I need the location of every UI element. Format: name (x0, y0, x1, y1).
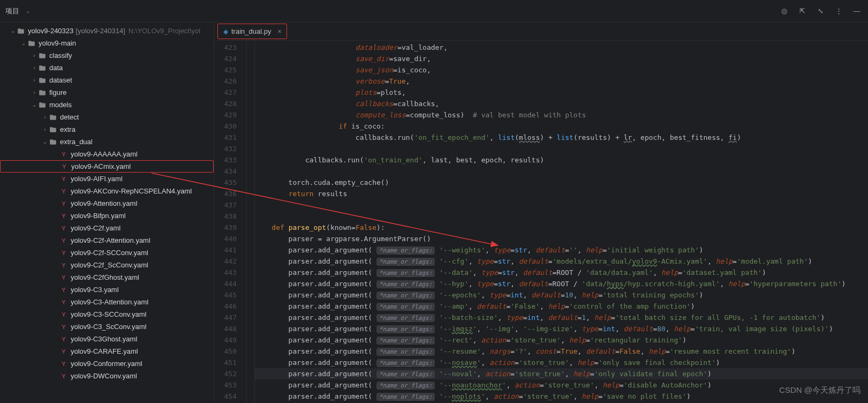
chevron-down-icon[interactable]: ⌄ (30, 102, 39, 108)
more-icon[interactable]: ⋮ (833, 5, 844, 17)
yaml-icon: Y (60, 361, 67, 367)
tree-file[interactable]: Y yolov9-ACmix.yaml (0, 160, 214, 173)
tree-folder[interactable]: › detect (0, 111, 214, 123)
tree-file[interactable]: Y yolov9-DWConv.yaml (0, 370, 214, 382)
yaml-icon: Y (60, 287, 67, 293)
root-path: N:\YOLOv9_Project\yol (129, 27, 200, 35)
root-name: yolov9-240323 (28, 27, 73, 35)
yaml-icon: Y (60, 151, 67, 158)
collapse-icon[interactable]: ⤡ (814, 5, 826, 17)
tree-folder[interactable]: › figure (0, 86, 214, 99)
tree-file[interactable]: Y yolov9-C2f_ScConv.yaml (0, 259, 214, 271)
yaml-icon: Y (60, 262, 67, 268)
tree-file[interactable]: Y yolov9-AAAAAA.yaml (0, 148, 214, 160)
yaml-icon: Y (60, 324, 67, 330)
yaml-icon: Y (60, 336, 67, 342)
tree-folder[interactable]: › classify (0, 49, 214, 62)
tree-file[interactable]: Y yolov9-Bifpn.yaml (0, 210, 214, 222)
editor-tabs: ◆ train_dual.py × (214, 23, 868, 41)
yaml-icon: Y (61, 163, 68, 170)
folder-icon (39, 64, 46, 72)
chevron-right-icon[interactable]: › (30, 53, 39, 58)
tree-file[interactable]: Y yolov9-C3_ScConv.yaml (0, 320, 214, 333)
folder-icon (39, 52, 46, 59)
tree-file[interactable]: Y yolov9-AIFI.yaml (0, 173, 214, 185)
tree-file[interactable]: Y yolov9-CARAFE.yaml (0, 345, 214, 357)
folder-icon (49, 138, 57, 146)
folder-icon (39, 77, 46, 84)
chevron-down-icon[interactable]: ⌄ (26, 8, 30, 14)
tab-train-dual[interactable]: ◆ train_dual.py × (217, 24, 287, 39)
folder-icon (17, 27, 25, 35)
chevron-right-icon[interactable]: › (41, 126, 49, 132)
tree-folder[interactable]: ⌄ yolov9-main (0, 37, 214, 49)
folder-icon (28, 40, 35, 47)
fold-strip[interactable] (246, 41, 255, 403)
yaml-icon: Y (60, 188, 67, 195)
tree-file[interactable]: Y yolov9-C3Ghost.yaml (0, 333, 214, 345)
editor-area: ◆ train_dual.py × 4234244254264274284294… (214, 23, 868, 403)
tree-file[interactable]: Y yolov9-C2f-SCConv.yaml (0, 247, 214, 259)
expand-icon[interactable]: ⇱ (796, 5, 808, 17)
tree-folder[interactable]: › dataset (0, 74, 214, 86)
yaml-icon: Y (60, 200, 67, 207)
yaml-icon: Y (60, 348, 67, 355)
watermark: CSDN @今天炼丹了吗 (779, 385, 861, 395)
folder-icon (49, 114, 57, 121)
tree-folder[interactable]: › extra (0, 123, 214, 136)
root-branch: [yolov9-240314] (76, 27, 125, 35)
project-toolbar: 项目 ⌄ ◎ ⇱ ⤡ ⋮ — (0, 0, 868, 23)
chevron-down-icon[interactable]: ⌄ (19, 40, 28, 46)
tree-file[interactable]: Y yolov9-Conformer.yaml (0, 357, 214, 370)
python-icon: ◆ (223, 28, 228, 35)
locate-icon[interactable]: ◎ (778, 5, 790, 17)
tree-file[interactable]: Y yolov9-C2fGhost.yaml (0, 271, 214, 283)
yaml-icon: Y (60, 225, 67, 232)
yaml-icon: Y (60, 250, 67, 256)
tree-folder-extra-dual[interactable]: ⌄ extra_dual (0, 136, 214, 148)
tree-file[interactable]: Y yolov9-C3-SCConv.yaml (0, 308, 214, 320)
folder-icon (49, 126, 57, 133)
tree-file[interactable]: Y yolov9-Attention.yaml (0, 197, 214, 210)
minimize-icon[interactable]: — (851, 5, 863, 17)
chevron-down-icon[interactable]: ⌄ (41, 139, 49, 145)
project-tree[interactable]: ⌄ yolov9-240323 [yolov9-240314] N:\YOLOv… (0, 23, 214, 403)
chevron-right-icon[interactable]: › (41, 114, 49, 120)
chevron-down-icon[interactable]: ⌄ (9, 28, 17, 34)
tree-file[interactable]: Y yolov9-C3.yaml (0, 283, 214, 296)
tree-file[interactable]: Y yolov9-C3-Attention.yaml (0, 296, 214, 308)
yaml-icon: Y (60, 311, 67, 318)
tree-file[interactable]: Y yolov9-C2f.yaml (0, 222, 214, 234)
chevron-right-icon[interactable]: › (30, 65, 39, 71)
folder-icon (39, 89, 46, 96)
tree-folder-models[interactable]: ⌄ models (0, 99, 214, 111)
code-editor[interactable]: 4234244254264274284294304314324334344354… (214, 41, 868, 403)
chevron-right-icon[interactable]: › (30, 77, 39, 83)
tree-file[interactable]: Y yolov9-AKConv-RepNCSPELAN4.yaml (0, 185, 214, 197)
tree-root[interactable]: ⌄ yolov9-240323 [yolov9-240314] N:\YOLOv… (0, 25, 214, 37)
code-body[interactable]: dataloader=val_loader, save_dir=save_dir… (255, 41, 868, 403)
tab-label: train_dual.py (231, 27, 271, 35)
yaml-icon: Y (60, 299, 67, 305)
yaml-icon: Y (60, 176, 67, 182)
close-icon[interactable]: × (277, 28, 281, 35)
tree-file[interactable]: Y yolov9-C2f-Attention.yaml (0, 234, 214, 247)
folder-icon (39, 101, 46, 109)
yaml-icon: Y (60, 373, 67, 379)
yaml-icon: Y (60, 213, 67, 219)
line-gutter: 4234244254264274284294304314324334344354… (214, 41, 246, 403)
chevron-right-icon[interactable]: › (30, 89, 39, 95)
yaml-icon: Y (60, 237, 67, 244)
yaml-icon: Y (60, 274, 67, 281)
tree-folder[interactable]: › data (0, 62, 214, 74)
project-label: 项目 (5, 6, 19, 16)
